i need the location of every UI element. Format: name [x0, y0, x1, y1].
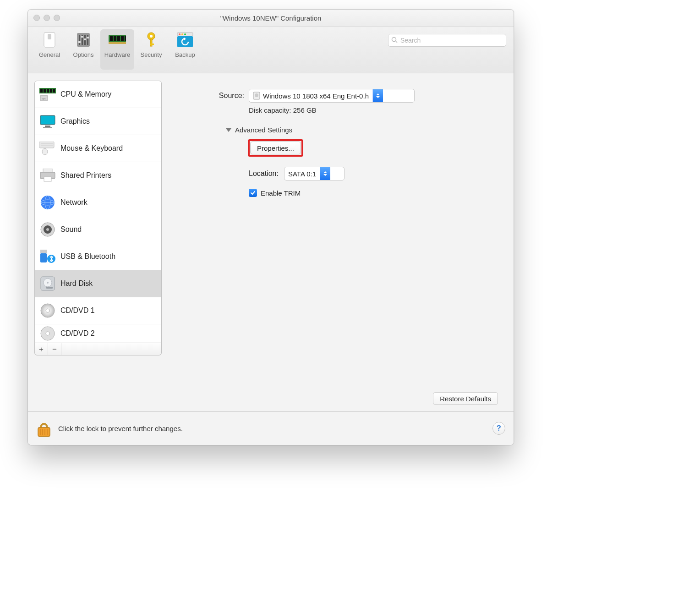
svg-point-19 — [150, 35, 153, 38]
sidebar-item-label: Graphics — [60, 117, 90, 126]
svg-point-43 — [42, 148, 48, 155]
svg-rect-39 — [43, 127, 52, 128]
tab-options[interactable]: Options — [66, 29, 100, 70]
lock-hint-text: Click the lock to prevent further change… — [58, 425, 183, 432]
svg-rect-13 — [114, 36, 116, 41]
svg-rect-17 — [109, 42, 126, 44]
svg-rect-12 — [110, 36, 113, 41]
tab-hardware[interactable]: Hardware — [100, 29, 134, 70]
svg-rect-16 — [125, 36, 126, 41]
advanced-settings-disclosure[interactable]: Advanced Settings — [226, 126, 498, 134]
sidebar-item-cpu-memory[interactable]: cpu CPU & Memory — [35, 81, 161, 108]
speaker-icon — [39, 221, 56, 238]
svg-rect-6 — [87, 35, 88, 45]
sidebar-item-hard-disk[interactable]: Hard Disk — [35, 270, 161, 297]
svg-rect-8 — [81, 36, 83, 38]
location-label: Location: — [249, 169, 279, 178]
titlebar: "Windows 10NEW" Configuration — [28, 10, 514, 27]
sidebar-item-label: CD/DVD 2 — [60, 329, 95, 338]
svg-rect-54 — [40, 250, 47, 253]
sidebar-item-sound[interactable]: Sound — [35, 216, 161, 243]
usb-bluetooth-icon — [39, 248, 56, 265]
svg-point-59 — [47, 282, 49, 284]
toolbar: General Options Hardware Security Backup — [28, 27, 514, 73]
printer-icon — [39, 167, 56, 184]
sidebar-footer: + − — [34, 343, 162, 355]
svg-rect-15 — [121, 36, 124, 41]
sidebar-item-graphics[interactable]: Graphics — [35, 108, 161, 135]
help-button[interactable]: ? — [492, 422, 505, 435]
minimize-window-button[interactable] — [44, 15, 50, 21]
svg-rect-55 — [40, 253, 47, 262]
enable-trim-checkbox[interactable]: Enable TRIM — [249, 189, 498, 197]
svg-point-23 — [179, 33, 180, 35]
search-input[interactable]: Search — [388, 34, 506, 47]
tab-general[interactable]: General — [33, 29, 66, 70]
location-select[interactable]: SATA 0:1 — [284, 167, 345, 180]
add-device-button[interactable]: + — [35, 343, 48, 355]
monitor-icon — [39, 113, 56, 130]
window-controls — [33, 15, 60, 21]
svg-line-28 — [396, 41, 397, 43]
sidebar-item-label: Mouse & Keyboard — [60, 144, 123, 153]
tab-backup[interactable]: Backup — [168, 29, 202, 70]
svg-rect-60 — [46, 287, 53, 289]
disk-file-icon — [253, 92, 260, 100]
sidebar-item-mouse-keyboard[interactable]: Mouse & Keyboard — [35, 135, 161, 162]
hard-disk-icon — [39, 275, 56, 292]
disc-icon — [39, 325, 56, 342]
source-select[interactable]: Windows 10 1803 x64 Eng Ent-0.h — [249, 89, 415, 103]
stepper-arrows-icon — [320, 167, 330, 180]
svg-rect-21 — [150, 44, 154, 45]
close-window-button[interactable] — [33, 15, 40, 21]
svg-point-53 — [46, 228, 49, 231]
svg-rect-31 — [44, 89, 46, 93]
search-placeholder: Search — [400, 37, 421, 44]
svg-rect-33 — [50, 89, 52, 93]
svg-rect-1 — [48, 34, 51, 39]
tab-label: Options — [73, 51, 94, 58]
ram-icon — [109, 31, 126, 49]
svg-text:cpu: cpu — [42, 97, 46, 100]
sidebar-item-shared-printers[interactable]: Shared Printers — [35, 162, 161, 189]
sidebar-item-cddvd-1[interactable]: CD/DVD 1 — [35, 297, 161, 324]
remove-device-button[interactable]: − — [48, 343, 61, 355]
svg-point-24 — [181, 33, 183, 35]
backup-icon — [176, 31, 194, 49]
footer-bar: Click the lock to prevent further change… — [28, 411, 514, 445]
sidebar-item-usb-bluetooth[interactable]: USB & Bluetooth — [35, 243, 161, 270]
tab-label: Security — [141, 51, 162, 58]
key-icon — [142, 31, 160, 49]
svg-point-64 — [46, 332, 49, 335]
restore-defaults-button[interactable]: Restore Defaults — [433, 392, 498, 405]
zoom-window-button[interactable] — [54, 15, 60, 21]
sliders-icon — [75, 31, 92, 49]
source-label: Source: — [185, 92, 244, 100]
svg-rect-32 — [47, 89, 49, 93]
properties-button[interactable]: Properties... — [250, 142, 301, 154]
svg-rect-10 — [87, 37, 89, 38]
tab-label: General — [39, 51, 60, 58]
tab-label: Hardware — [104, 51, 130, 58]
sidebar-item-network[interactable]: Network — [35, 189, 161, 216]
window-title: "Windows 10NEW" Configuration — [28, 14, 514, 22]
sidebar-item-label: Sound — [60, 225, 82, 234]
lock-icon[interactable] — [36, 419, 52, 437]
sidebar-item-label: CPU & Memory — [60, 90, 111, 98]
switch-icon — [41, 31, 58, 49]
cpu-memory-icon: cpu — [39, 86, 56, 103]
advanced-settings-label: Advanced Settings — [235, 126, 292, 134]
sidebar-item-cddvd-2[interactable]: CD/DVD 2 — [35, 324, 161, 343]
disc-icon — [39, 302, 56, 319]
svg-rect-37 — [40, 115, 55, 125]
globe-icon — [39, 194, 56, 211]
hard-disk-detail: Source: Windows 10 1803 x64 Eng Ent-0.h … — [162, 81, 507, 405]
svg-rect-44 — [43, 169, 52, 172]
source-value: Windows 10 1803 x64 Eng Ent-0.h — [263, 92, 369, 100]
tab-security[interactable]: Security — [134, 29, 168, 70]
svg-point-66 — [255, 93, 258, 97]
svg-rect-7 — [78, 41, 81, 43]
sidebar-item-label: Shared Printers — [60, 171, 111, 180]
svg-rect-20 — [150, 39, 152, 46]
sidebar-item-label: CD/DVD 1 — [60, 306, 95, 315]
